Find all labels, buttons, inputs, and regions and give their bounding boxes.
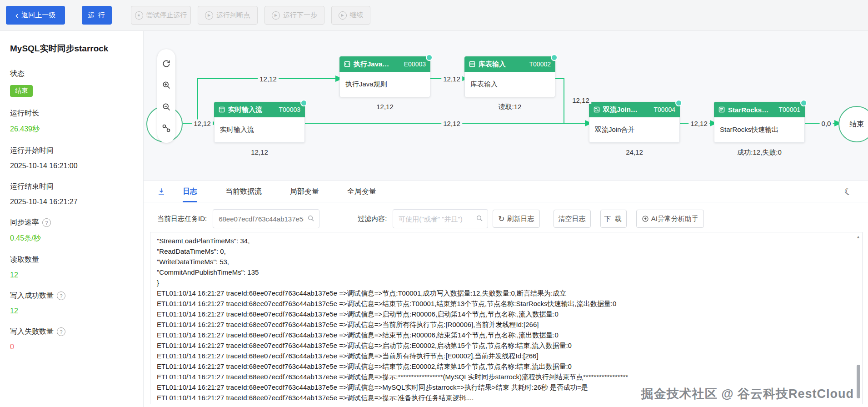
canvas-toolbar [157,49,175,143]
log-line: "ReadDataTimeMs": 0, [157,246,850,256]
search-icon[interactable] [307,215,314,224]
help-icon[interactable]: ? [57,327,65,336]
run-to-breakpoint-button[interactable]: ▶ 运行到断点 [198,6,258,25]
duration-label: 运行时长 [10,109,131,118]
run-next-step-button[interactable]: ▶ 运行下一步 [264,6,324,25]
help-icon[interactable]: ? [57,291,65,300]
log-line: ETL01:10/14 16:21:27 traceId:68ee07ecdf7… [157,309,850,319]
tab-global-variables[interactable]: 全局变量 [347,181,376,202]
node-code: E00003 [404,60,426,68]
node-stat: 24,12 [589,148,680,156]
flow-canvas[interactable]: 实时输入流 T00003 实时输入流 12,12 执行Java… E00003 … [144,31,868,181]
start-time-field: 运行开始时间 2025-10-14 16:21:00 [10,146,131,170]
log-line: ETL01:10/14 16:21:27 traceId:68ee07ecdf7… [157,319,850,330]
node-table-input[interactable]: 库表输入 T00002 库表输入 读取:12 [464,56,555,97]
sync-rate-value: 0.45条/秒 [10,234,131,243]
node-code: T00002 [529,60,551,68]
stop-icon: ■ [135,11,143,20]
node-stat: 读取:12 [464,103,555,111]
log-line: ETL01:10/14 16:21:27 traceId:68ee07ecdf7… [157,361,850,372]
node-description: 实时输入流 [214,117,305,143]
ai-analysis-button[interactable]: AI异常分析助手 [636,210,704,228]
back-button-label: 返回上一级 [21,11,55,20]
play-icon: ▶ [339,11,347,20]
continue-label: 继续 [350,11,364,20]
chevron-left-icon: ‹ [15,10,19,20]
log-line: ETL01:10/14 16:21:27 traceId:68ee07ecdf7… [157,392,850,403]
refresh-log-button[interactable]: ↻ 刷新日志 [493,210,539,228]
realtime-input-icon [219,106,225,113]
log-line: ETL01:10/14 16:21:27 traceId:68ee07ecdf7… [157,288,850,298]
task-id-input[interactable] [213,209,319,228]
node-port-dot[interactable] [300,100,307,106]
node-port-dot[interactable] [426,54,433,61]
app-root: ‹ 返回上一级 运 行 ■ 尝试停止运行 ▶ 运行到断点 ▶ 运行下一步 ▶ 继… [0,0,868,407]
scrollbar-thumb[interactable] [857,365,860,398]
read-count-field: 读取数量 12 [10,255,131,279]
node-title: 执行Java… [354,60,389,69]
node-java-rule[interactable]: 执行Java… E00003 执行Java规则 12,12 [339,56,430,97]
stop-run-button[interactable]: ■ 尝试停止运行 [131,6,191,25]
node-description: 执行Java规则 [339,72,430,97]
help-icon[interactable]: ? [42,218,51,227]
node-stat: 12,12 [339,103,430,111]
search-icon[interactable] [476,215,483,224]
read-count-label: 读取数量 [10,255,131,265]
start-time-label: 运行开始时间 [10,146,131,156]
tab-local-variables[interactable]: 局部变量 [290,181,319,202]
node-description: 双流Join合并 [589,117,680,143]
ai-icon [642,215,649,222]
log-line: "WriteDataTimeMs": 53, [157,256,850,267]
node-realtime-input[interactable]: 实时输入流 T00003 实时输入流 12,12 [214,102,305,143]
task-id-label: 当前日志任务ID: [157,215,207,223]
node-port-dot[interactable] [551,54,558,61]
edge-label: 12,12 [441,120,462,127]
zoom-out-icon[interactable] [161,101,172,112]
run-to-breakpoint-label: 运行到断点 [216,11,250,20]
log-line: ETL01:10/14 16:21:27 traceId:68ee07ecdf7… [157,351,850,361]
tab-current-dataflow[interactable]: 当前数据流 [225,181,262,202]
scroll-up-icon[interactable]: ▲ [856,235,860,239]
log-line: } [157,277,850,288]
clear-log-button[interactable]: 清空日志 [554,210,591,228]
log-line: ETL01:10/14 16:21:27 traceId:68ee07ecdf7… [157,330,850,340]
write-success-label: 写入成功数量 [10,291,54,301]
node-title: StarRocks… [728,106,768,114]
status-label: 状态 [10,69,131,79]
end-time-label: 运行结束时间 [10,182,131,191]
download-log-icon[interactable] [157,187,165,196]
edge-label: 12,12 [258,75,279,83]
node-code: T00003 [279,106,300,113]
log-viewer[interactable]: "StreamLoadPlanTimeMs": 34,"ReadDataTime… [150,232,863,404]
status-badge: 结束 [10,85,33,97]
stop-run-label: 尝试停止运行 [146,11,187,20]
continue-button[interactable]: ▶ 继续 [331,6,370,25]
refresh-canvas-icon[interactable] [161,58,172,69]
node-starrocks-output[interactable]: StarRocks… T00001 StarRocks快速输出 成功:12,失败… [714,102,805,143]
filter-label: 过滤内容: [358,215,387,223]
sync-rate-field: 同步速率 ? 0.45条/秒 [10,218,131,243]
filter-input[interactable] [393,209,488,228]
node-port-dot[interactable] [675,100,682,106]
node-dual-stream-join[interactable]: 双流Join… T00004 双流Join合并 24,12 [589,102,680,143]
filter-input-wrap [393,209,488,228]
zoom-in-icon[interactable] [161,80,172,90]
log-panel: 日志 当前数据流 局部变量 全局变量 ☾ 当前日志任务ID: 过滤内容: [144,181,868,407]
log-line: "StreamLoadPlanTimeMs": 34, [157,236,850,246]
log-line: "CommitAndPublishTimeMs": 135 [157,267,850,277]
run-button[interactable]: 运 行 [82,6,112,25]
read-count-value: 12 [10,271,131,279]
table-input-icon [469,61,475,67]
back-button[interactable]: ‹ 返回上一级 [6,6,65,25]
node-title: 库表输入 [479,60,506,69]
log-line: ETL01:10/14 16:21:27 traceId:68ee07ecdf7… [157,382,850,392]
end-node-label: 结束 [849,120,864,129]
play-icon: ▶ [205,11,213,20]
fit-view-icon[interactable] [161,123,172,134]
log-line: ETL01:10/14 16:21:27 traceId:68ee07ecdf7… [157,298,850,309]
run-info-sidebar: MySQL实时同步starrock 状态 结束 运行时长 26.439秒 运行开… [0,31,144,407]
dark-mode-icon[interactable]: ☾ [841,186,855,197]
tab-log[interactable]: 日志 [183,181,197,202]
download-log-button[interactable]: 下 载 [600,210,627,228]
node-port-dot[interactable] [800,100,807,106]
